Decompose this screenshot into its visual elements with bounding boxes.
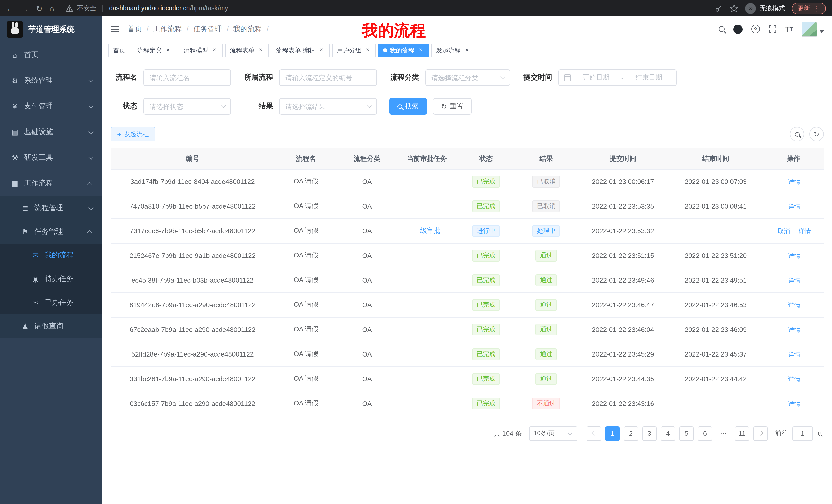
tab-close-icon[interactable] — [463, 47, 470, 54]
action-label: 详情 — [788, 375, 800, 384]
tab[interactable]: 流程表单-编辑 — [271, 44, 330, 57]
action-link[interactable]: 详情 — [797, 227, 811, 236]
current-task-link[interactable]: 一级审批 — [413, 227, 440, 234]
update-button[interactable]: 更新 — [792, 2, 826, 14]
status-select-input[interactable] — [144, 98, 231, 115]
home-button[interactable] — [50, 4, 54, 12]
sidebar-item[interactable]: 任务管理 — [0, 220, 102, 244]
page-button[interactable]: 3 — [642, 426, 657, 441]
tab-close-icon[interactable] — [257, 47, 264, 54]
page-button[interactable]: 5 — [679, 426, 694, 441]
status-select[interactable] — [144, 98, 231, 115]
goto-input[interactable] — [792, 426, 813, 441]
end-date-placeholder[interactable]: 结束日期 — [627, 73, 671, 82]
page-button[interactable]: 11 — [735, 426, 749, 441]
user-menu[interactable] — [802, 21, 824, 37]
action-link[interactable]: 详情 — [786, 375, 800, 384]
category-select-input[interactable] — [425, 69, 510, 86]
search-icon[interactable] — [719, 26, 724, 32]
bookmark-star-icon[interactable] — [730, 4, 738, 12]
tab[interactable]: 用户分组 — [332, 44, 376, 57]
sidebar-item[interactable]: 基础设施 — [0, 119, 102, 145]
hamburger-button[interactable] — [110, 26, 119, 32]
category-select[interactable] — [425, 69, 510, 86]
fullscreen-icon[interactable] — [769, 25, 776, 33]
sidebar-item[interactable]: 首页 — [0, 42, 102, 68]
result-badge: 已取消 — [532, 175, 560, 187]
result-select[interactable] — [279, 98, 377, 115]
tab[interactable]: 发起流程 — [432, 44, 475, 57]
page-button[interactable]: ⋯ — [716, 426, 731, 441]
sidebar-item[interactable]: 系统管理 — [0, 68, 102, 93]
tab-close-icon[interactable] — [364, 47, 371, 54]
help-icon[interactable] — [751, 25, 760, 33]
tab-close-icon[interactable] — [318, 47, 325, 54]
tab[interactable]: 首页 — [108, 44, 130, 57]
sidebar-item[interactable]: 请假查询 — [0, 314, 102, 338]
page-button[interactable]: 4 — [661, 426, 675, 441]
page-button[interactable]: 2 — [624, 426, 638, 441]
breadcrumb-item[interactable]: 任务管理 — [193, 24, 233, 34]
action-link[interactable]: 详情 — [786, 301, 800, 310]
key-icon[interactable] — [715, 4, 723, 12]
action-link[interactable]: 取消 — [776, 227, 790, 236]
avatar[interactable] — [802, 21, 817, 37]
browser-menu-dots-icon[interactable] — [813, 4, 820, 12]
tab[interactable]: 流程表单 — [225, 44, 269, 57]
sidebar-item[interactable]: 已办任务 — [0, 291, 102, 314]
sidebar-item[interactable]: 支付管理 — [0, 93, 102, 119]
tab[interactable]: 我的流程 — [379, 44, 429, 57]
sidebar-item[interactable]: 待办任务 — [0, 267, 102, 291]
sidebar-item[interactable]: 研发工具 — [0, 145, 102, 171]
page-size-select[interactable] — [529, 426, 577, 441]
process-def-input[interactable] — [279, 69, 377, 86]
sidebar-item[interactable]: 工作流程 — [0, 171, 102, 196]
table-row: 03c6c157-7b9a-11ec-a290-acde48001122 OA … — [110, 391, 824, 416]
breadcrumb-item[interactable]: 我的流程 — [233, 24, 273, 34]
sidebar-item[interactable]: 流程管理 — [0, 196, 102, 220]
tab-close-icon[interactable] — [164, 47, 172, 54]
page-button[interactable]: 1 — [605, 426, 620, 441]
sidebar-item[interactable]: 我的流程 — [0, 244, 102, 267]
security-label[interactable]: 不安全 — [77, 4, 96, 12]
font-size-icon[interactable]: TT — [785, 25, 793, 33]
result-select-input[interactable] — [279, 98, 377, 115]
tab[interactable]: 流程定义 — [133, 44, 176, 57]
start-date-placeholder[interactable]: 开始日期 — [574, 73, 618, 82]
address-bar[interactable]: 不安全 dashboard.yudao.iocoder.cn/bpm/task/… — [66, 4, 228, 12]
menu-item-icon — [31, 275, 40, 283]
breadcrumb-item[interactable]: 首页 — [128, 24, 153, 34]
tab[interactable]: 流程模型 — [179, 44, 223, 57]
action-link[interactable]: 详情 — [786, 400, 800, 409]
reload-button[interactable] — [36, 4, 43, 12]
action-link[interactable]: 详情 — [786, 252, 800, 261]
app-logo[interactable]: 芋道管理系统 — [0, 17, 102, 42]
browser-window: 不安全 dashboard.yudao.iocoder.cn/bpm/task/… — [0, 0, 832, 504]
reset-button[interactable]: 重置 — [433, 98, 471, 115]
back-button[interactable] — [6, 4, 14, 12]
page-size-value[interactable] — [529, 426, 577, 441]
table-search-button[interactable] — [790, 127, 804, 141]
prev-page-button[interactable] — [587, 426, 601, 441]
row-id: 2152467e-7b9b-11ec-9a1b-acde48001122 — [110, 243, 275, 268]
chevron-icon — [88, 77, 94, 82]
action-link[interactable]: 详情 — [786, 277, 800, 285]
github-icon[interactable] — [733, 24, 742, 34]
create-process-button[interactable]: 发起流程 — [110, 127, 155, 141]
refresh-icon — [441, 103, 447, 110]
action-link[interactable]: 详情 — [786, 178, 800, 187]
next-page-button[interactable] — [753, 426, 768, 441]
page-url[interactable]: dashboard.yudao.iocoder.cn/bpm/task/my — [109, 5, 228, 12]
action-link[interactable]: 详情 — [786, 203, 800, 212]
tab-close-icon[interactable] — [417, 47, 424, 54]
page-button[interactable]: 6 — [698, 426, 712, 441]
breadcrumb-item[interactable]: 工作流程 — [153, 24, 193, 34]
table-refresh-button[interactable] — [809, 127, 824, 141]
search-button[interactable]: 搜索 — [389, 98, 427, 115]
forward-button[interactable] — [21, 4, 29, 12]
action-link[interactable]: 详情 — [786, 351, 800, 359]
tab-close-icon[interactable] — [211, 47, 218, 54]
submit-time-range-picker[interactable]: 开始日期 - 结束日期 — [558, 69, 677, 86]
process-name-input[interactable] — [144, 69, 231, 86]
action-link[interactable]: 详情 — [786, 326, 800, 335]
